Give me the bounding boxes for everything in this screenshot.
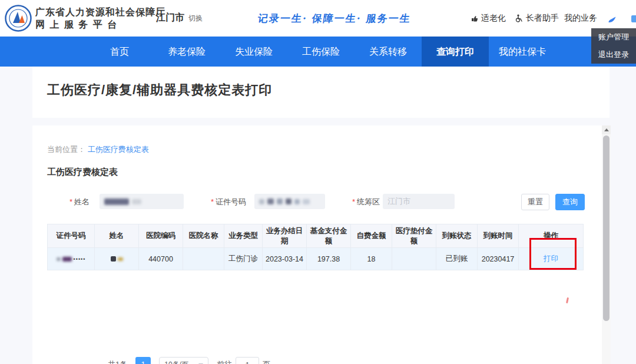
cell-advance-pay — [392, 248, 436, 270]
col-fund-pay: 基金支付金额 — [307, 224, 351, 248]
gov-logo-icon — [5, 5, 32, 32]
redacted-id — [62, 257, 72, 262]
col-hospital-name: 医院名称 — [183, 224, 224, 248]
page-size-select[interactable]: 10条/页 — [159, 357, 208, 364]
menu-item-account[interactable]: 账户管理 — [591, 28, 636, 46]
page-size-value: 10条/页 — [164, 360, 188, 364]
reset-button[interactable]: 重置 — [521, 194, 549, 210]
pagination-goto: 前往 页 — [217, 357, 270, 364]
title-band: 工伤医疗/康复/辅助器具费核定表打印 — [32, 67, 610, 118]
city-switch-link[interactable]: 切换 — [188, 14, 203, 24]
nav-work-injury[interactable]: 工伤保险 — [287, 37, 355, 67]
brush-icon[interactable] — [608, 16, 617, 24]
elder-mode-label: 适老化 — [481, 13, 506, 24]
id-mask: ••••• — [74, 256, 86, 262]
pagination: 共1条 1 10条/页 前往 页 — [108, 357, 270, 364]
pagination-total: 共1条 — [108, 359, 127, 364]
name-field-label: *姓名 — [69, 194, 90, 210]
goto-unit: 页 — [263, 359, 270, 364]
my-business-label: 我的业务 — [564, 13, 597, 24]
nav-query-print[interactable]: 查询打印 — [422, 37, 489, 67]
wheelchair-icon — [515, 14, 523, 22]
col-advance-pay: 医疗垫付金额 — [392, 224, 436, 248]
scrollbar-thumb[interactable] — [603, 135, 610, 321]
nav-pension[interactable]: 养老保险 — [153, 37, 220, 67]
redacted-id-value — [294, 199, 300, 204]
city-selector: 江门市 切换 — [156, 12, 203, 24]
redacted-id-value — [303, 199, 310, 204]
required-mark: * — [211, 197, 214, 206]
print-link[interactable]: 打印 — [544, 254, 558, 263]
nav-unemployment[interactable]: 失业保险 — [220, 37, 287, 67]
region-label-text: 统筹区 — [357, 197, 380, 206]
user-dropdown-menu: 账户管理 退出登录 — [591, 28, 636, 64]
cell-action: 打印 — [519, 248, 584, 270]
goto-label: 前往 — [217, 359, 232, 364]
redacted-id-value — [259, 199, 264, 204]
col-id: 证件号码 — [48, 224, 95, 248]
redacted-name-value — [104, 198, 129, 205]
cell-self-pay: 18 — [351, 248, 392, 270]
cell-id: ••••• — [48, 248, 95, 270]
goto-page-input[interactable] — [236, 357, 259, 364]
cell-fund-pay: 197.38 — [307, 248, 351, 270]
nav-home[interactable]: 首页 — [86, 37, 153, 67]
redacted-name-value — [132, 199, 141, 204]
col-name: 姓名 — [95, 224, 139, 248]
table-header-row: 证件号码 姓名 医院编码 医院名称 业务类型 业务办结日期 基金支付金额 自费金… — [48, 224, 584, 248]
redacted-name — [111, 256, 116, 262]
site-header: 广东省人力资源和社会保障厅 网 上 服 务 平 台 江门市 切换 记录一生· 保… — [0, 0, 636, 37]
breadcrumb-label: 当前位置： — [47, 145, 85, 154]
region-input[interactable]: 江门市 — [383, 194, 455, 209]
page-title: 工伤医疗/康复/辅助器具费核定表打印 — [47, 81, 272, 99]
nav-transfer[interactable]: 关系转移 — [355, 37, 422, 67]
my-business-link[interactable]: 我的业务 — [564, 13, 597, 24]
cell-finish-date: 2023-03-14 — [263, 248, 307, 270]
content-panel: 当前位置： 工伤医疗费核定表 工伤医疗费核定表 *姓名 *证件号码 *统筹区 江… — [32, 125, 602, 364]
breadcrumb: 当前位置： 工伤医疗费核定表 — [47, 144, 149, 155]
menu-item-logout[interactable]: 退出登录 — [591, 46, 636, 64]
partial-icon[interactable] — [631, 15, 636, 22]
redacted-name — [118, 257, 123, 261]
id-input[interactable] — [254, 194, 325, 209]
col-arrive-status: 到账状态 — [436, 224, 478, 248]
cell-hospital-name — [183, 248, 224, 270]
region-value: 江门市 — [387, 196, 410, 207]
region-field-label: *统筹区 — [352, 194, 380, 210]
app-window: 广东省人力资源和社会保障厅 网 上 服 务 平 台 江门市 切换 记录一生· 保… — [0, 0, 636, 364]
scroll-up-icon — [604, 128, 609, 131]
pagination-page-1[interactable]: 1 — [135, 357, 151, 364]
col-hospital-code: 医院编码 — [139, 224, 183, 248]
redacted-id-value — [267, 198, 274, 204]
name-label-text: 姓名 — [74, 197, 90, 206]
col-business-type: 业务类型 — [224, 224, 263, 248]
cell-hospital-code: 440700 — [139, 248, 183, 270]
cell-arrive-status: 已到账 — [436, 248, 478, 270]
current-city: 江门市 — [156, 12, 184, 24]
scroll-up-button[interactable] — [602, 125, 611, 134]
name-input[interactable] — [100, 194, 184, 209]
id-field-label: *证件号码 — [211, 194, 246, 210]
elder-mode-link[interactable]: 适老化 — [471, 13, 506, 24]
nav-social-card[interactable]: 我的社保卡 — [489, 37, 556, 67]
elder-helper-link[interactable]: 长者助手 — [515, 13, 559, 24]
redacted-id-value — [286, 198, 292, 204]
section-title: 工伤医疗费核定表 — [47, 167, 118, 178]
id-label-text: 证件号码 — [216, 197, 246, 206]
results-table: 证件号码 姓名 医院编码 医院名称 业务类型 业务办结日期 基金支付金额 自费金… — [47, 224, 584, 270]
table-row: ••••• 440700 工伤门诊 2023-03-14 197.38 1 — [48, 248, 584, 270]
site-title: 广东省人力资源和社会保障厅 网 上 服 务 平 台 — [35, 6, 165, 31]
col-self-pay: 自费金额 — [351, 224, 392, 248]
redacted-id — [57, 257, 61, 261]
required-mark: * — [69, 197, 72, 206]
elder-mode-icon — [471, 15, 478, 22]
site-slogan: 记录一生· 保障一生· 服务一生 — [257, 12, 412, 25]
cell-business-type: 工伤门诊 — [224, 248, 263, 270]
query-button[interactable]: 查询 — [555, 194, 585, 210]
redacted-id-value — [277, 198, 283, 204]
scrollbar[interactable] — [602, 125, 611, 364]
elder-helper-label: 长者助手 — [526, 13, 559, 24]
col-action: 操作 — [519, 224, 584, 248]
breadcrumb-link[interactable]: 工伤医疗费核定表 — [88, 145, 149, 154]
org-name: 广东省人力资源和社会保障厅 — [35, 6, 165, 18]
